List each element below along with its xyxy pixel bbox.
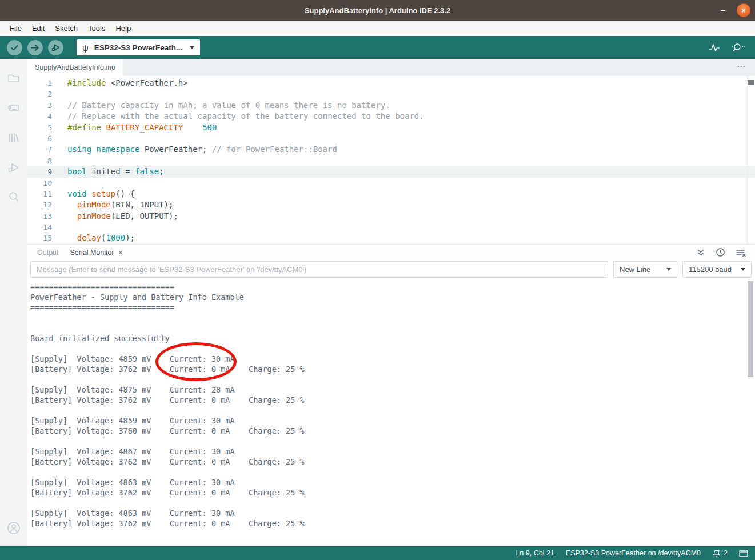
editor-scrollbar[interactable] bbox=[747, 76, 755, 244]
line-number: 4 bbox=[27, 111, 67, 122]
board-icon bbox=[6, 101, 21, 115]
timestamp-toggle-button[interactable] bbox=[716, 247, 725, 257]
books-icon bbox=[6, 130, 21, 145]
menu-item-sketch[interactable]: Sketch bbox=[50, 24, 83, 33]
code-lines: 1#include <PowerFeather.h>23// Battery c… bbox=[27, 78, 755, 244]
line-number: 1 bbox=[27, 78, 67, 89]
chevron-down-icon bbox=[190, 46, 194, 49]
tab-output[interactable]: Output bbox=[31, 249, 65, 257]
editor-tab-bar: SupplyAndBatteryInfo.ino ⋯ bbox=[27, 59, 755, 76]
code-line[interactable]: 11void setup() { bbox=[27, 189, 755, 199]
serial-monitor-button[interactable] bbox=[730, 41, 745, 54]
sidebar-item-search[interactable] bbox=[0, 182, 27, 212]
line-number: 7 bbox=[27, 144, 67, 155]
board-selector[interactable]: ψ ESP32-S3 PowerFeath... bbox=[77, 39, 200, 55]
debug-icon bbox=[6, 160, 21, 175]
chevron-down-icon bbox=[666, 268, 671, 271]
code-line[interactable]: 6 bbox=[27, 133, 755, 144]
line-number: 14 bbox=[27, 222, 67, 233]
serial-message-input[interactable] bbox=[30, 261, 608, 278]
code-line[interactable]: 8 bbox=[27, 155, 755, 166]
code-line[interactable]: 2 bbox=[27, 89, 755, 99]
code-line[interactable]: 10 bbox=[27, 178, 755, 189]
content-column: SupplyAndBatteryInfo.ino ⋯ 1#include <Po… bbox=[27, 59, 755, 546]
search-icon bbox=[6, 190, 21, 205]
code-line[interactable]: 5#define BATTERY_CAPACITY 500 bbox=[27, 122, 755, 133]
sidebar-item-boards-manager[interactable] bbox=[0, 93, 27, 123]
line-number: 6 bbox=[27, 133, 67, 144]
main-area: SupplyAndBatteryInfo.ino ⋯ 1#include <Po… bbox=[0, 59, 755, 546]
code-text: bool inited = false; bbox=[67, 166, 164, 177]
line-number: 8 bbox=[27, 155, 67, 166]
cursor-position[interactable]: Ln 9, Col 21 bbox=[516, 549, 554, 557]
code-line[interactable]: 14 bbox=[27, 222, 755, 233]
serial-output-text: =============================== PowerFea… bbox=[27, 278, 755, 529]
debug-icon bbox=[51, 42, 61, 53]
toggle-panel-button[interactable] bbox=[739, 550, 748, 557]
sidebar-item-sketchbook[interactable] bbox=[0, 63, 27, 93]
serial-plotter-button[interactable] bbox=[707, 41, 721, 54]
serial-output-area[interactable]: =============================== PowerFea… bbox=[27, 278, 755, 546]
account-icon bbox=[6, 520, 22, 536]
line-ending-select[interactable]: New Line bbox=[613, 261, 677, 278]
menu-item-file[interactable]: File bbox=[5, 24, 27, 33]
code-text: delay(1000); bbox=[67, 233, 135, 243]
close-icon[interactable]: × bbox=[118, 248, 123, 257]
code-text: using namespace PowerFeather; // for Pow… bbox=[67, 144, 337, 155]
code-text: // Replace with the actual capacity of t… bbox=[67, 111, 424, 122]
editor-tab-active[interactable]: SupplyAndBatteryInfo.ino bbox=[27, 59, 123, 76]
verify-button[interactable] bbox=[7, 40, 22, 55]
code-line[interactable]: 12 pinMode(BTN, INPUT); bbox=[27, 199, 755, 210]
code-text: pinMode(LED, OUTPUT); bbox=[67, 211, 178, 222]
line-number: 2 bbox=[27, 89, 67, 99]
editor-scrollbar-thumb[interactable] bbox=[748, 80, 754, 85]
code-line[interactable]: 15 delay(1000); bbox=[27, 233, 755, 243]
code-line[interactable]: 13 pinMode(LED, OUTPUT); bbox=[27, 211, 755, 222]
chevron-down-icon bbox=[741, 268, 745, 271]
check-icon bbox=[10, 43, 19, 53]
serial-input-row: New Line 115200 baud bbox=[27, 260, 755, 278]
editor-tab-label: SupplyAndBatteryInfo.ino bbox=[35, 63, 115, 71]
menu-bar: FileEditSketchToolsHelp bbox=[0, 21, 755, 36]
code-line[interactable]: 4// Replace with the actual capacity of … bbox=[27, 111, 755, 122]
baud-rate-value: 115200 baud bbox=[689, 265, 732, 274]
toolbar: ψ ESP32-S3 PowerFeath... bbox=[0, 36, 755, 59]
code-line[interactable]: 7using namespace PowerFeather; // for Po… bbox=[27, 144, 755, 155]
tab-serial-monitor-label: Serial Monitor bbox=[70, 249, 114, 257]
title-bar: SupplyAndBatteryInfo | Arduino IDE 2.3.2… bbox=[0, 0, 755, 21]
board-port-status[interactable]: ESP32-S3 PowerFeather on /dev/ttyACM0 bbox=[566, 549, 701, 557]
line-number: 12 bbox=[27, 199, 67, 210]
more-actions-icon[interactable]: ⋯ bbox=[737, 61, 746, 71]
upload-button[interactable] bbox=[27, 40, 43, 55]
window-title: SupplyAndBatteryInfo | Arduino IDE 2.3.2 bbox=[305, 6, 450, 15]
tab-serial-monitor[interactable]: Serial Monitor × bbox=[65, 248, 129, 257]
menu-item-edit[interactable]: Edit bbox=[27, 24, 50, 33]
sidebar-item-debug[interactable] bbox=[0, 153, 27, 182]
serial-scrollbar[interactable] bbox=[746, 278, 755, 546]
notifications[interactable]: 2 bbox=[712, 549, 728, 558]
menu-item-tools[interactable]: Tools bbox=[83, 24, 110, 33]
collapse-panel-button[interactable] bbox=[696, 248, 705, 257]
baud-rate-select[interactable]: 115200 baud bbox=[682, 261, 752, 278]
tab-output-label: Output bbox=[37, 249, 59, 257]
sidebar-item-library-manager[interactable] bbox=[0, 123, 27, 153]
code-line[interactable]: 9bool inited = false; bbox=[27, 166, 755, 177]
line-number: 3 bbox=[27, 100, 67, 111]
sidebar-item-account[interactable] bbox=[0, 513, 27, 543]
clear-output-button[interactable] bbox=[736, 248, 746, 257]
activity-sidebar bbox=[0, 59, 27, 546]
line-number: 9 bbox=[27, 166, 67, 177]
code-line[interactable]: 1#include <PowerFeather.h> bbox=[27, 78, 755, 89]
panel-layout-icon bbox=[739, 550, 748, 557]
debug-button[interactable] bbox=[48, 40, 63, 55]
code-line[interactable]: 3// Battery capacity in mAh; a value of … bbox=[27, 100, 755, 111]
close-button[interactable]: × bbox=[737, 3, 750, 17]
code-text: void setup() { bbox=[67, 189, 135, 199]
menu-item-help[interactable]: Help bbox=[110, 24, 136, 33]
minimize-button[interactable]: – bbox=[718, 7, 728, 13]
board-selector-label: ESP32-S3 PowerFeath... bbox=[94, 43, 185, 52]
status-bar: Ln 9, Col 21 ESP32-S3 PowerFeather on /d… bbox=[0, 546, 755, 560]
serial-scrollbar-thumb[interactable] bbox=[748, 281, 753, 377]
folder-icon bbox=[6, 71, 21, 86]
code-editor[interactable]: 1#include <PowerFeather.h>23// Battery c… bbox=[27, 76, 755, 244]
